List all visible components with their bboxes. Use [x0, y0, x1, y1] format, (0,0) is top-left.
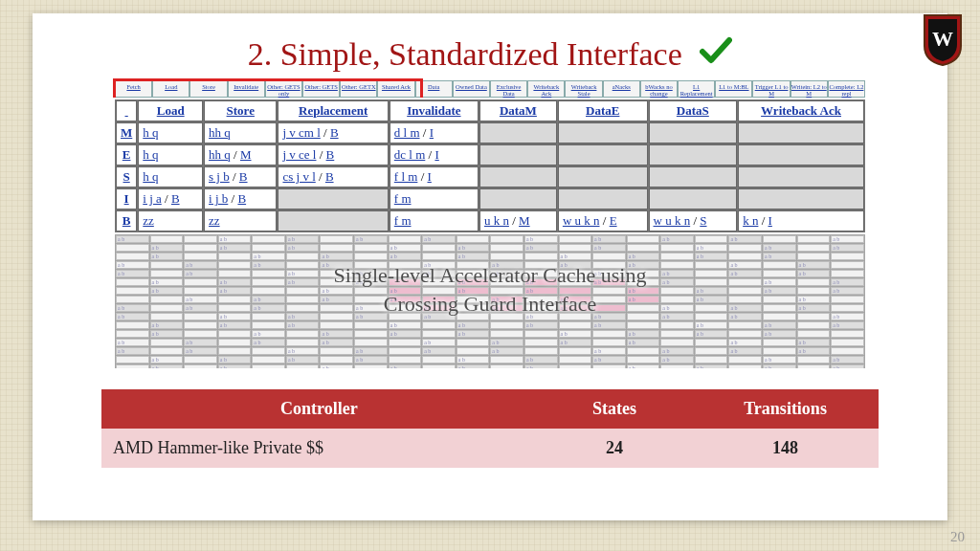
col-header: DataE	[558, 100, 648, 121]
col-header: Invalidate	[390, 100, 479, 121]
table-cell: d l m / I	[390, 122, 479, 143]
top-strip-cell: Fetch	[115, 80, 152, 98]
table-cell: hh q	[204, 122, 277, 143]
top-strip-cell: Invalidate	[228, 80, 265, 98]
top-strip-cell: Data	[415, 80, 453, 98]
table-cell	[479, 166, 557, 187]
top-strip-cell: Load	[152, 80, 189, 98]
slide: 2. Simple, Standardized Interface FetchL…	[33, 13, 947, 520]
table-cell: zz	[138, 210, 203, 231]
col-header: Load	[138, 100, 203, 121]
table-cell: dc l m / I	[390, 144, 479, 165]
table-cell: hh q / M	[204, 144, 277, 165]
table-cell	[649, 166, 738, 187]
table-cell: h q	[138, 144, 203, 165]
col-header: Store	[204, 100, 277, 121]
top-strip-cell: Exclusive Data	[490, 80, 527, 98]
table-cell	[738, 166, 864, 187]
top-strip-cell: Other: GETS only	[265, 80, 302, 98]
table-cell: u k n / M	[479, 210, 557, 231]
top-strip-cell: Other: GETX	[340, 80, 377, 98]
summary-table: Controller States Transitions AMD Hammer…	[101, 389, 879, 468]
col-controller: Controller	[101, 389, 537, 429]
table-cell: f m	[390, 188, 479, 209]
page-number: 20	[950, 529, 965, 545]
table-cell	[558, 144, 648, 165]
table-cell	[649, 188, 738, 209]
slide-title: 2. Simple, Standardized Interface	[33, 36, 947, 73]
top-strip-cell: L1 Replacement	[678, 80, 715, 98]
row-header: E	[116, 144, 137, 165]
table-cell: h q	[138, 166, 203, 187]
table-cell	[649, 122, 738, 143]
table-cell: w u k n / E	[558, 210, 648, 231]
row-header: M	[116, 122, 137, 143]
table-cell	[479, 122, 557, 143]
university-crest-icon: W	[923, 13, 963, 67]
top-strip-cell: bWacks no change	[640, 80, 678, 98]
table-cell: f m	[390, 210, 479, 231]
top-strip-cell: L1 to M:BL	[715, 80, 752, 98]
top-strip-cell: Writein: L2 to M	[791, 80, 828, 98]
col-header: Writeback Ack	[738, 100, 864, 121]
table-cell	[558, 122, 648, 143]
table-cell: s j b / B	[204, 166, 277, 187]
top-strip-cell: Other: GETS	[302, 80, 340, 98]
table-cell: zz	[204, 210, 277, 231]
state-transition-table: LoadStoreReplacementInvalidateDataMDataE…	[115, 99, 865, 232]
top-strip-cell: Complete: L2 repl	[828, 80, 865, 98]
row-header: S	[116, 166, 137, 187]
col-header: DataM	[479, 100, 557, 121]
table-cell	[738, 122, 864, 143]
checkmark-icon	[700, 36, 732, 73]
overlay-caption: Single-level Accelerator Cache using Cro…	[115, 261, 865, 318]
table-cell: f l m / I	[390, 166, 479, 187]
state-table-wrap: FetchLoadStoreInvalidateOther: GETS only…	[115, 80, 865, 232]
row-header: B	[116, 210, 137, 231]
top-strip-cell: Owned Data	[453, 80, 490, 98]
top-strip-cell: aNacks	[603, 80, 640, 98]
table-cell: k n / I	[738, 210, 864, 231]
top-strip-cell: Trigger L1 to M	[752, 80, 790, 98]
table-cell: j v ce l / B	[278, 144, 388, 165]
table-cell	[479, 188, 557, 209]
table-cell	[738, 144, 864, 165]
svg-text:W: W	[932, 27, 953, 51]
table-cell	[479, 144, 557, 165]
top-strip-cell: Shared Ack	[377, 80, 414, 98]
cell-controller: AMD Hammer-like Private $$	[101, 429, 537, 468]
summary-data-row: AMD Hammer-like Private $$ 24 148	[101, 429, 879, 468]
table-cell: h q	[138, 122, 203, 143]
table-cell	[738, 188, 864, 209]
col-header: DataS	[649, 100, 738, 121]
col-states: States	[537, 389, 692, 429]
table-cell: i j a / B	[138, 188, 203, 209]
col-header	[116, 100, 137, 121]
top-strip-row: FetchLoadStoreInvalidateOther: GETS only…	[115, 80, 865, 98]
top-strip-cell: Writeback Ack	[527, 80, 565, 98]
table-cell	[649, 144, 738, 165]
overlay-line-1: Single-level Accelerator Cache using	[334, 263, 647, 287]
overlay-line-2: Crossing Guard Interface	[384, 292, 596, 316]
table-cell: w u k n / S	[649, 210, 738, 231]
background-detail-table: a ba ba ba ba ba ba ba ba ba ba ba ba ba…	[115, 234, 865, 368]
summary-header-row: Controller States Transitions	[101, 389, 879, 429]
table-cell: j v cm l / B	[278, 122, 388, 143]
top-strip-cell: Writeback Stale	[565, 80, 602, 98]
top-strip-cell: Store	[189, 80, 227, 98]
table-cell	[278, 188, 388, 209]
table-cell	[558, 166, 648, 187]
cell-states: 24	[537, 429, 692, 468]
col-transitions: Transitions	[692, 389, 879, 429]
table-cell: i j b / B	[204, 188, 277, 209]
row-header: I	[116, 188, 137, 209]
table-cell: cs j v l / B	[278, 166, 388, 187]
title-text: 2. Simple, Standardized Interface	[248, 36, 682, 72]
table-cell	[558, 188, 648, 209]
cell-transitions: 148	[692, 429, 879, 468]
col-header: Replacement	[278, 100, 388, 121]
table-cell	[278, 210, 388, 231]
